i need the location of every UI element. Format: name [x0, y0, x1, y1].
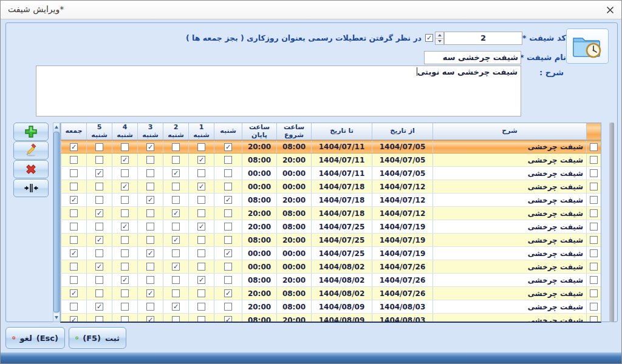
day-checkbox[interactable]: ✓	[95, 209, 103, 217]
row-checkbox[interactable]	[590, 209, 598, 217]
day-checkbox[interactable]: ✓	[172, 169, 180, 177]
day-checkbox[interactable]	[197, 249, 205, 257]
spinner-down-button[interactable]	[436, 39, 443, 45]
day-checkbox[interactable]: ✓	[172, 263, 180, 271]
day-checkbox[interactable]: ✓	[95, 303, 103, 311]
day-checkbox[interactable]	[95, 223, 103, 231]
day-checkbox[interactable]: ✓	[197, 223, 205, 231]
day-checkbox[interactable]	[197, 209, 205, 217]
table-row[interactable]: شیفت چرخشی1404/07/051404/07/1108:0020:00…	[61, 140, 601, 153]
add-row-button[interactable]	[13, 123, 49, 141]
row-checkbox[interactable]	[590, 249, 598, 257]
day-checkbox[interactable]: ✓	[95, 263, 103, 271]
day-checkbox[interactable]: ✓	[172, 236, 180, 244]
row-checkbox[interactable]	[590, 316, 598, 323]
day-checkbox[interactable]	[70, 223, 78, 231]
day-checkbox[interactable]	[146, 276, 154, 284]
day-checkbox[interactable]	[95, 316, 103, 323]
table-row[interactable]: شیفت چرخشی1404/07/261404/08/0208:0020:00…	[61, 287, 601, 300]
day-checkbox[interactable]: ✓	[224, 249, 232, 257]
row-checkbox[interactable]	[590, 263, 598, 271]
day-checkbox[interactable]	[70, 236, 78, 244]
day-checkbox[interactable]	[197, 236, 205, 244]
row-checkbox[interactable]	[590, 223, 598, 231]
day-checkbox[interactable]	[70, 276, 78, 284]
day-checkbox[interactable]	[70, 169, 78, 177]
day-checkbox[interactable]	[95, 156, 103, 164]
day-checkbox[interactable]: ✓	[121, 223, 129, 231]
day-checkbox[interactable]: ✓	[146, 196, 154, 204]
row-checkbox[interactable]	[590, 236, 598, 244]
row-checkbox[interactable]	[590, 303, 598, 311]
panel-right-scrollbar[interactable]	[609, 123, 614, 322]
day-checkbox[interactable]	[70, 156, 78, 164]
grid-vertical-scrollbar[interactable]	[53, 123, 60, 322]
day-checkbox[interactable]	[121, 236, 129, 244]
day-checkbox[interactable]: ✓	[121, 183, 129, 190]
day-checkbox[interactable]	[197, 303, 205, 311]
day-checkbox[interactable]	[224, 169, 232, 177]
day-checkbox[interactable]	[70, 263, 78, 271]
fit-columns-button[interactable]	[13, 179, 49, 197]
scroll-down-button[interactable]	[53, 314, 60, 322]
day-checkbox[interactable]: ✓	[146, 316, 154, 323]
day-checkbox[interactable]: ✓	[121, 276, 129, 284]
day-checkbox[interactable]: ✓	[70, 196, 78, 204]
day-checkbox[interactable]	[224, 276, 232, 284]
table-row[interactable]: شیفت چرخشی1404/07/261404/08/0220:0008:00…	[61, 274, 601, 287]
day-checkbox[interactable]	[95, 143, 103, 151]
day-checkbox[interactable]	[172, 316, 180, 323]
day-checkbox[interactable]	[224, 236, 232, 244]
day-checkbox[interactable]	[172, 156, 180, 164]
day-checkbox[interactable]	[197, 196, 205, 204]
row-checkbox[interactable]	[590, 169, 598, 177]
day-checkbox[interactable]: ✓	[172, 209, 180, 217]
table-row[interactable]: شیفت چرخشی1404/07/051404/07/1120:0008:00…	[61, 153, 601, 167]
table-row[interactable]: شیفت چرخشی1404/07/121404/07/1808:0020:00…	[61, 207, 601, 220]
day-checkbox[interactable]	[121, 169, 129, 177]
day-checkbox[interactable]	[95, 276, 103, 284]
day-checkbox[interactable]: ✓	[70, 249, 78, 257]
delete-row-button[interactable]	[13, 160, 49, 178]
day-checkbox[interactable]	[172, 143, 180, 151]
day-checkbox[interactable]: ✓	[146, 289, 154, 297]
holiday-checkbox[interactable]: ✓	[425, 34, 433, 42]
day-checkbox[interactable]	[121, 289, 129, 297]
day-checkbox[interactable]: ✓	[70, 289, 78, 297]
day-checkbox[interactable]: ✓	[197, 276, 205, 284]
table-row[interactable]: شیفت چرخشی1404/07/191404/07/2508:0020:00…	[61, 220, 601, 234]
day-checkbox[interactable]	[146, 303, 154, 311]
day-checkbox[interactable]: ✓	[70, 316, 78, 323]
scrollbar-thumb[interactable]	[53, 132, 60, 312]
day-checkbox[interactable]: ✓	[197, 183, 205, 190]
day-checkbox[interactable]: ✓	[224, 316, 232, 323]
day-checkbox[interactable]	[146, 156, 154, 164]
day-checkbox[interactable]	[95, 183, 103, 190]
day-checkbox[interactable]	[146, 263, 154, 271]
table-row[interactable]: شیفت چرخشی1404/07/261404/08/0200:0000:00…	[61, 260, 601, 274]
table-row[interactable]: شیفت چرخشی1404/07/051404/07/1100:0000:00…	[61, 167, 601, 180]
scroll-up-button[interactable]	[53, 123, 60, 131]
day-checkbox[interactable]	[121, 303, 129, 311]
day-checkbox[interactable]	[95, 289, 103, 297]
day-checkbox[interactable]: ✓	[70, 143, 78, 151]
table-row[interactable]: شیفت چرخشی1404/08/031404/08/0920:0008:00…	[61, 314, 601, 323]
day-checkbox[interactable]: ✓	[224, 289, 232, 297]
day-checkbox[interactable]	[121, 263, 129, 271]
day-checkbox[interactable]: ✓	[95, 236, 103, 244]
day-checkbox[interactable]: ✓	[224, 196, 232, 204]
day-checkbox[interactable]	[197, 263, 205, 271]
row-checkbox[interactable]	[590, 276, 598, 284]
table-row[interactable]: شیفت چرخشی1404/07/121404/07/1820:0008:00…	[61, 194, 601, 207]
close-button[interactable]	[603, 4, 617, 16]
day-checkbox[interactable]	[121, 196, 129, 204]
day-checkbox[interactable]	[172, 183, 180, 190]
row-checkbox[interactable]	[590, 289, 598, 297]
day-checkbox[interactable]	[70, 209, 78, 217]
day-checkbox[interactable]	[224, 303, 232, 311]
day-checkbox[interactable]	[146, 236, 154, 244]
spinner-up-button[interactable]	[436, 32, 443, 39]
row-checkbox[interactable]	[590, 196, 598, 204]
day-checkbox[interactable]	[224, 183, 232, 190]
day-checkbox[interactable]: ✓	[197, 156, 205, 164]
